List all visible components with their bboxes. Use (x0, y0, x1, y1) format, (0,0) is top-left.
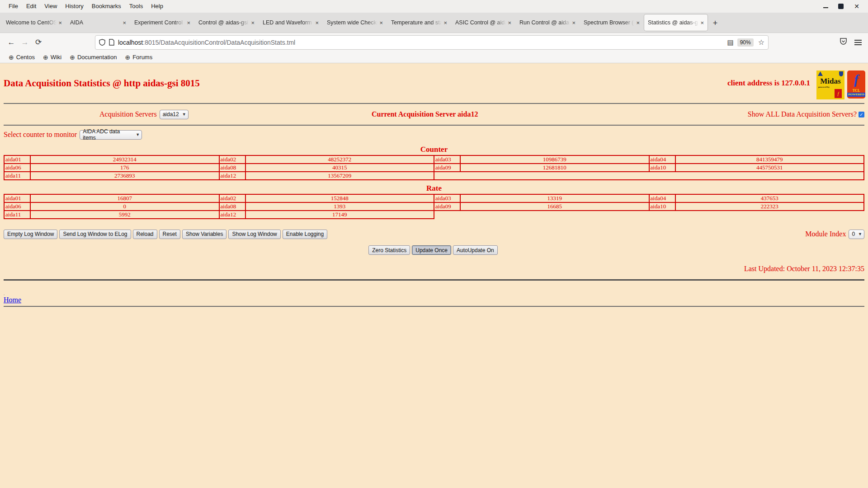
stat-value-cell: 5992 (30, 211, 219, 219)
midas-logo-subtext: powered by (816, 86, 844, 88)
stat-value-cell: 445750531 (675, 164, 864, 172)
tab-spectrum-browser[interactable]: Spectrum Browser (@× (580, 14, 643, 31)
tab-close-icon[interactable]: × (315, 19, 319, 26)
send-log-window-to-elog-button[interactable]: Send Log Window to ELog (59, 230, 131, 239)
stat-name-cell: aida03 (434, 155, 460, 164)
tab-close-icon[interactable]: × (187, 19, 190, 26)
show-log-window-button[interactable]: Show Log Window (228, 230, 280, 239)
tab-label: Welcome to CentOS (6, 19, 57, 26)
counter-type-select[interactable]: AIDA ADC data items▼ (80, 130, 142, 140)
menu-hamburger-icon[interactable] (854, 40, 862, 45)
tab-statistics-aidas-gsi[interactable]: Statistics @ aidas-gsi× (644, 14, 708, 31)
close-icon[interactable]: ✕ (854, 3, 860, 9)
tab-label: Experiment Control (C (134, 19, 185, 26)
tab-close-icon[interactable]: × (700, 19, 704, 26)
url-bar[interactable]: localhost:8015/DataAcquisitionControl/Da… (95, 35, 769, 50)
bookmark-centos[interactable]: ⊕Centos (5, 54, 39, 61)
menu-item-bookmarks[interactable]: Bookmarks (88, 0, 125, 13)
chevron-down-icon: ▼ (136, 132, 140, 137)
tab-welcome-to-centos[interactable]: Welcome to CentOS× (2, 14, 66, 31)
stat-name-cell: aida08 (219, 164, 245, 172)
forward-icon[interactable]: → (18, 36, 32, 49)
menu-item-edit[interactable]: Edit (22, 0, 40, 13)
select-counter-label: Select counter to monitor (4, 131, 77, 139)
tab-run-control-aidas[interactable]: Run Control @ aidas-× (516, 14, 579, 31)
page-info-icon[interactable] (109, 39, 114, 46)
bookmark-documentation[interactable]: ⊕Documentation (66, 54, 121, 61)
tab-close-icon[interactable]: × (251, 19, 255, 26)
tcl-powered-text: POWERED (847, 93, 865, 97)
chevron-down-icon: ▼ (182, 112, 186, 117)
stat-name-cell: aida08 (219, 202, 245, 211)
midas-logo: Midas powered by f (816, 70, 844, 99)
menu-item-view[interactable]: View (40, 0, 61, 13)
menu-item-history[interactable]: History (61, 0, 87, 13)
zoom-level-badge[interactable]: 90% (737, 38, 754, 47)
stat-value-cell: 437653 (675, 194, 864, 202)
tcl-feather-icon: f (847, 70, 865, 89)
stat-value-cell: 176 (30, 164, 219, 172)
empty-log-window-button[interactable]: Empty Log Window (4, 230, 57, 239)
new-tab-button[interactable]: + (709, 17, 722, 29)
tab-close-icon[interactable]: × (636, 19, 640, 26)
tab-temperature-and-stat[interactable]: Temperature and stat× (387, 14, 451, 31)
show-variables-button[interactable]: Show Variables (182, 230, 227, 239)
tab-led-and-waveform-c[interactable]: LED and Waveform c× (259, 14, 322, 31)
tab-experiment-control-c[interactable]: Experiment Control (C× (131, 14, 194, 31)
tab-close-icon[interactable]: × (443, 19, 447, 26)
reset-button[interactable]: Reset (159, 230, 180, 239)
tab-close-icon[interactable]: × (508, 19, 511, 26)
footer-divider (4, 279, 864, 281)
back-icon[interactable]: ← (5, 36, 18, 49)
stat-value-cell: 13567209 (245, 172, 434, 180)
pocket-icon[interactable] (840, 38, 847, 47)
module-index-select[interactable]: 0▼ (849, 230, 864, 239)
tab-close-icon[interactable]: × (123, 19, 126, 26)
bookmark-forums[interactable]: ⊕Forums (121, 54, 156, 61)
show-all-checkbox[interactable]: ✓ (859, 112, 864, 117)
menu-item-help[interactable]: Help (147, 0, 167, 13)
reader-mode-icon[interactable]: ▤ (727, 38, 733, 47)
reload-button[interactable]: Reload (133, 230, 157, 239)
stat-name-cell: aida10 (649, 202, 675, 211)
client-address: client address is 127.0.0.1 (727, 79, 810, 88)
minimize-icon[interactable] (823, 5, 828, 8)
tab-close-icon[interactable]: × (379, 19, 383, 26)
navigation-toolbar: ← → ⟳ localhost:8015/DataAcquisitionCont… (0, 33, 868, 52)
enable-logging-button[interactable]: Enable Logging (283, 230, 327, 239)
stat-name-cell: aida02 (219, 155, 245, 164)
tab-aida[interactable]: AIDA× (66, 14, 130, 31)
stat-value-cell: 0 (30, 202, 219, 211)
globe-icon: ⊕ (43, 54, 48, 61)
page-title: Data Acquisition Statistics @ http aidas… (4, 78, 200, 89)
stat-value-cell: 12681810 (460, 164, 649, 172)
counter-table: aida0124932314aida0248252372aida03109867… (4, 155, 864, 180)
midas-tcl-badge: f (835, 89, 842, 98)
server-row: Acquisition Servers aida12▼ Current Acqu… (0, 104, 868, 125)
bookmark-star-icon[interactable]: ☆ (758, 38, 764, 47)
page-content: Data Acquisition Statistics @ http aidas… (0, 63, 868, 488)
autoupdate-on-button[interactable]: AutoUpdate On (453, 245, 498, 255)
tab-close-icon[interactable]: × (572, 19, 576, 26)
zero-statistics-button[interactable]: Zero Statistics (368, 245, 410, 255)
tab-bar: Welcome to CentOS×AIDA×Experiment Contro… (0, 13, 868, 33)
bottom-divider (4, 306, 864, 307)
maximize-icon[interactable] (838, 4, 844, 9)
acquisition-server-select[interactable]: aida12▼ (160, 110, 189, 119)
shield-icon[interactable] (99, 39, 105, 46)
tab-system-wide-checks[interactable]: System wide Checks× (323, 14, 387, 31)
module-index-value: 0 (852, 231, 855, 237)
tab-control-aidas-gsi[interactable]: Control @ aidas-gsi× (195, 14, 258, 31)
tab-asic-control-aidas[interactable]: ASIC Control @ aidas× (452, 14, 515, 31)
bookmark-label: Forums (132, 54, 152, 61)
home-link[interactable]: Home (4, 296, 21, 304)
update-once-button[interactable]: Update Once (412, 245, 451, 255)
menu-item-tools[interactable]: Tools (125, 0, 147, 13)
stat-name-cell: aida11 (4, 172, 30, 180)
menu-item-file[interactable]: File (5, 0, 22, 13)
bookmarks-toolbar: ⊕Centos⊕Wiki⊕Documentation⊕Forums (0, 52, 868, 63)
reload-icon[interactable]: ⟳ (32, 36, 45, 49)
tab-close-icon[interactable]: × (58, 19, 62, 26)
bookmark-wiki[interactable]: ⊕Wiki (39, 54, 66, 61)
stat-name-cell: aida02 (219, 194, 245, 202)
